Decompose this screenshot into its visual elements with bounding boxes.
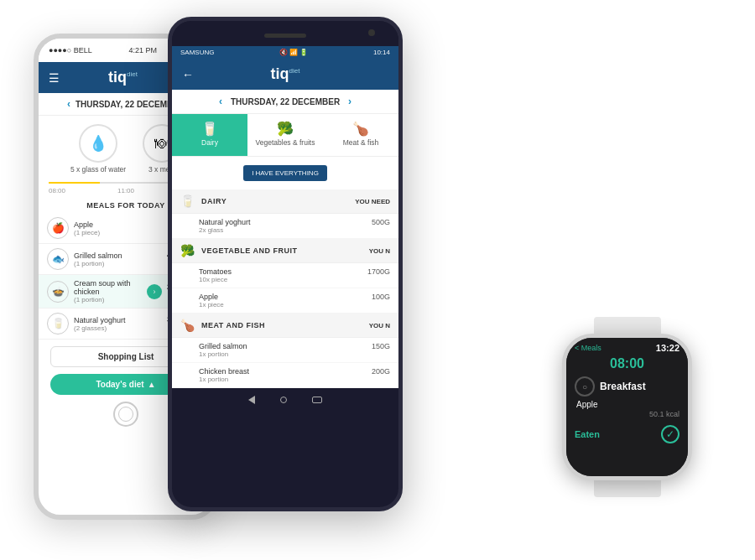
scene: ●●●●○ BELL 4:21 PM 🔋 ☰ tiqdiet ‹ THURSDA… xyxy=(0,0,755,560)
meal-icon-soup: 🍲 xyxy=(47,281,69,303)
tab-meat[interactable]: 🍗 Meat & fish xyxy=(323,114,398,156)
food-info-chicken: Chicken breast 1x portion xyxy=(199,367,249,383)
watch-body: < Meals 13:22 08:00 ○ Breakfast Apple 50… xyxy=(562,334,692,480)
meal-portion-soup: (1 portion) xyxy=(74,296,142,303)
watch-band-bottom xyxy=(594,480,661,497)
water-tracker-label: 5 x glass of water xyxy=(70,165,126,174)
meal-name-apple: Apple xyxy=(74,220,163,229)
prev-date-arrow[interactable]: ‹ xyxy=(67,98,70,110)
food-qty-apple-android: 100G xyxy=(372,293,390,309)
android-status-icons: 🔇 📶 🔋 xyxy=(279,49,308,56)
watch-device: < Meals 13:22 08:00 ○ Breakfast Apple 50… xyxy=(545,317,709,510)
iphone-time-label: 4:21 PM xyxy=(129,46,158,54)
meal-info-soup: Cream soup with chicken (1 portion) xyxy=(74,279,142,303)
android-nav-bar xyxy=(172,388,398,412)
meal-name-yoghurt: Natural yoghurt xyxy=(74,316,162,324)
android-device: SAMSUNG 🔇 📶 🔋 10:14 ← tiqdiet ‹ THURSDAY… xyxy=(168,17,403,511)
meal-portion-apple: (1 piece) xyxy=(74,229,163,236)
timeline-t1: 08:00 xyxy=(49,187,65,194)
meal-name-soup: Cream soup with chicken xyxy=(74,279,142,296)
food-portion-apple-android: 1x piece xyxy=(199,301,224,309)
watch-time-display: 08:00 xyxy=(575,356,680,371)
android-top-bar xyxy=(172,21,398,46)
android-home-nav[interactable] xyxy=(280,397,287,403)
android-time-label: 10:14 xyxy=(373,49,390,56)
watch-meal-title: Breakfast xyxy=(600,381,646,392)
tab-meat-label: Meat & fish xyxy=(343,138,379,147)
android-header: ← tiqdiet xyxy=(172,59,398,90)
meal-icon-apple: 🍎 xyxy=(47,217,69,239)
watch-eaten-label: Eaten xyxy=(575,429,600,439)
back-button[interactable]: ← xyxy=(182,68,194,81)
android-next-date-arrow[interactable]: › xyxy=(348,96,351,107)
watch-check-button[interactable]: ✓ xyxy=(661,425,680,443)
timeline-t2: 11:00 xyxy=(117,187,134,194)
food-name-chicken: Chicken breast xyxy=(199,367,249,376)
meat-section-title: MEAT AND FISH xyxy=(201,321,362,329)
watch-food-name: Apple xyxy=(576,400,680,409)
have-everything-button[interactable]: I HAVE EVERYTHING xyxy=(243,165,327,181)
category-tabs: 🥛 Dairy 🥦 Vegetables & fruits 🍗 Meat & f… xyxy=(172,114,398,157)
food-qty-tomatoes: 1700G xyxy=(367,267,390,283)
today-diet-label: Today's diet xyxy=(96,380,143,389)
food-info-salmon-android: Grilled salmon 1x portion xyxy=(199,342,247,358)
iphone-home-inner xyxy=(118,407,133,422)
watch-kcal: 50.1 kcal xyxy=(575,410,680,418)
food-qty-chicken: 200G xyxy=(372,367,390,383)
meat-icon: 🍗 xyxy=(352,121,369,137)
android-back-nav[interactable] xyxy=(248,396,255,404)
meal-info-salmon: Grilled salmon (1 portion) xyxy=(74,251,162,267)
meal-arrow-soup[interactable]: › xyxy=(147,284,162,299)
watch-crown[interactable] xyxy=(690,371,692,395)
app-tagline: diet xyxy=(127,70,138,78)
dairy-need-label: YOU NEED xyxy=(355,198,390,205)
section-meat: 🍗 MEAT AND FISH YOU N xyxy=(172,314,398,338)
section-dairy: 🥛 DAIRY YOU NEED xyxy=(172,189,398,214)
water-tracker-circle: 💧 xyxy=(79,124,117,163)
android-prev-date-arrow[interactable]: ‹ xyxy=(219,96,222,107)
food-row-salmon-android: Grilled salmon 1x portion 150G xyxy=(172,338,398,363)
food-portion-yoghurt: 2x glass xyxy=(199,226,251,234)
food-info-yoghurt: Natural yoghurt 2x glass xyxy=(199,218,251,234)
android-date-bar: ‹ THURSDAY, 22 DECEMBER › xyxy=(172,90,398,114)
today-diet-arrow-icon: ▲ xyxy=(148,380,156,389)
tab-vegetables-label: Vegetables & fruits xyxy=(256,138,315,147)
meal-portion-salmon: (1 portion) xyxy=(74,260,162,267)
android-speaker xyxy=(264,34,306,38)
food-name-salmon-android: Grilled salmon xyxy=(199,342,247,350)
meal-info-yoghurt: Natural yoghurt (2 glasses) xyxy=(74,316,162,332)
dairy-section-icon: 🥛 xyxy=(180,194,195,208)
android-camera xyxy=(368,29,375,36)
veg-section-icon: 🥦 xyxy=(180,244,195,257)
food-row-apple-android: Apple 1x piece 100G xyxy=(172,288,398,314)
dairy-section-title: DAIRY xyxy=(201,197,348,205)
food-portion-chicken: 1x portion xyxy=(199,376,249,383)
dairy-icon: 🥛 xyxy=(201,121,218,137)
food-name-tomatoes: Tomatoes xyxy=(199,267,232,276)
iphone-home-button[interactable] xyxy=(113,402,138,427)
meat-section-icon: 🍗 xyxy=(180,319,195,332)
meal-icon-yoghurt: 🥛 xyxy=(47,313,69,334)
food-portion-tomatoes: 10x piece xyxy=(199,276,232,283)
carrier-label: ●●●●○ BELL xyxy=(49,46,92,54)
meal-portion-yoghurt: (2 glasses) xyxy=(74,324,162,332)
watch-band-top xyxy=(594,317,661,334)
food-name-yoghurt: Natural yoghurt xyxy=(199,218,251,226)
watch-back-button[interactable]: < Meals xyxy=(575,344,601,352)
watch-meal-row: ○ Breakfast xyxy=(575,376,680,397)
tab-dairy[interactable]: 🥛 Dairy xyxy=(172,114,247,156)
food-name-apple-android: Apple xyxy=(199,293,224,301)
tab-dairy-label: Dairy xyxy=(201,138,218,147)
veg-section-title: VEGETABLE AND FRUIT xyxy=(201,246,362,255)
android-brand-label: SAMSUNG xyxy=(180,49,214,56)
menu-icon[interactable]: ☰ xyxy=(49,71,60,85)
water-tracker: 💧 5 x glass of water xyxy=(70,124,126,174)
food-info-tomatoes: Tomatoes 10x piece xyxy=(199,267,232,283)
android-app-tagline: diet xyxy=(289,67,300,75)
app-logo: tiqdiet xyxy=(108,69,138,86)
food-row-tomatoes: Tomatoes 10x piece 1700G xyxy=(172,263,398,288)
tab-vegetables[interactable]: 🥦 Vegetables & fruits xyxy=(247,114,323,156)
food-qty-salmon-android: 150G xyxy=(372,342,390,358)
android-content: I HAVE EVERYTHING 🥛 DAIRY YOU NEED Natur… xyxy=(172,157,398,388)
android-recents-nav[interactable] xyxy=(312,397,322,403)
